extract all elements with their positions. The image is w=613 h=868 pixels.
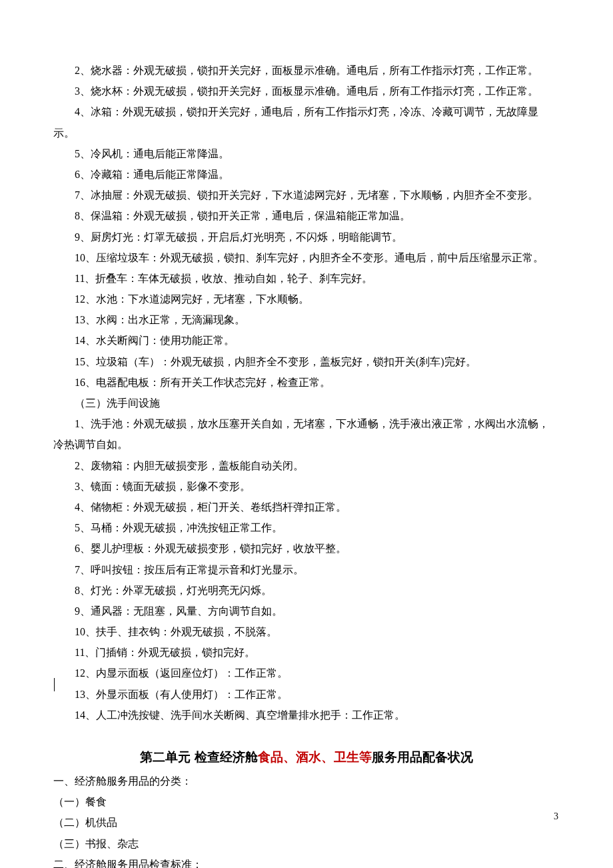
list-item: 2、烧水器：外观无破损，锁扣开关完好，面板显示准确。通电后，所有工作指示灯亮，工… <box>53 60 560 81</box>
list-item: 14、水关断阀门：使用功能正常。 <box>53 330 560 351</box>
page-number: 3 <box>554 807 558 825</box>
list-item: 9、厨房灯光：灯罩无破损，开启后,灯光明亮，不闪烁，明暗能调节。 <box>53 227 560 247</box>
list-item: 8、保温箱：外观无破损，锁扣开关正常，通电后，保温箱能正常加温。 <box>53 205 560 226</box>
list-item: 11、门插销：外观无破损，锁扣完好。 <box>53 642 560 663</box>
list-item: 10、压缩垃圾车：外观无破损，锁扣、刹车完好，内胆齐全不变形。通电后，前中后压缩… <box>53 247 560 268</box>
list-item: 7、呼叫按钮：按压后有正常提示音和灯光显示。 <box>53 559 560 580</box>
section-heading: 一、经济舱服务用品的分类： <box>53 771 560 791</box>
list-item: 10、扶手、挂衣钩：外观无破损，不脱落。 <box>53 621 560 642</box>
title-part-1: 第二单元 检查经济舱 <box>140 750 257 764</box>
section-title: 第二单元 检查经济舱食品、酒水、卫生等服务用品配备状况 <box>53 745 560 769</box>
list-item: 13、外显示面板（有人使用灯）：工作正常。 <box>53 684 560 705</box>
text-cursor <box>54 678 55 691</box>
title-part-highlight: 食品、酒水、卫生等 <box>258 750 372 764</box>
list-item: 6、冷藏箱：通电后能正常降温。 <box>53 164 560 185</box>
list-item: （三）书报、杂志 <box>53 833 560 854</box>
list-item: 5、冷风机：通电后能正常降温。 <box>53 143 560 164</box>
section-heading: 二、经济舱服务用品检查标准： <box>53 854 560 868</box>
list-item: 14、人工冲洗按键、洗手间水关断阀、真空增量排水把手：工作正常。 <box>53 705 560 725</box>
list-item: 4、冰箱：外观无破损，锁扣开关完好，通电后，所有工作指示灯亮，冷冻、冷藏可调节，… <box>53 101 560 122</box>
list-item: 7、冰抽屉：外观无破损、锁扣开关完好，下水道滤网完好，无堵塞，下水顺畅，内胆齐全… <box>53 185 560 205</box>
list-item: 3、镜面：镜面无破损，影像不变形。 <box>53 476 560 497</box>
list-item: 5、马桶：外观无破损，冲洗按钮正常工作。 <box>53 517 560 538</box>
list-item: 12、内显示面板（返回座位灯）：工作正常。 <box>53 663 560 683</box>
list-item: （二）机供品 <box>53 812 560 833</box>
list-item: 8、灯光：外罩无破损，灯光明亮无闪烁。 <box>53 580 560 601</box>
list-item: 13、水阀：出水正常，无滴漏现象。 <box>53 309 560 330</box>
list-item: 6、婴儿护理板：外观无破损变形，锁扣完好，收放平整。 <box>53 538 560 559</box>
list-item: 2、废物箱：内胆无破损变形，盖板能自动关闭。 <box>53 455 560 476</box>
list-item-cont: 示。 <box>53 123 560 143</box>
list-item: 16、电器配电板：所有开关工作状态完好，检查正常。 <box>53 372 560 393</box>
list-item: 4、储物柜：外观无破损，柜门开关、卷纸挡杆弹扣正常。 <box>53 497 560 517</box>
list-item: 1、洗手池：外观无破损，放水压塞开关自如，无堵塞，下水通畅，洗手液出液正常，水阀… <box>53 413 560 434</box>
list-item: （一）餐食 <box>53 791 560 812</box>
list-item: 12、水池：下水道滤网完好，无堵塞，下水顺畅。 <box>53 289 560 309</box>
subsection-heading: （三）洗手间设施 <box>53 393 560 413</box>
list-item-cont: 冷热调节自如。 <box>53 434 560 455</box>
list-item: 15、垃圾箱（车）：外观无破损，内胆齐全不变形，盖板完好，锁扣开关(刹车)完好。 <box>53 351 560 372</box>
title-part-3: 服务用品配备状况 <box>372 750 473 764</box>
list-item: 3、烧水杯：外观无破损，锁扣开关完好，面板显示准确。通电后，所有工作指示灯亮，工… <box>53 81 560 101</box>
list-item: 11、折叠车：车体无破损，收放、推动自如，轮子、刹车完好。 <box>53 268 560 289</box>
list-item: 9、通风器：无阻塞，风量、方向调节自如。 <box>53 601 560 621</box>
